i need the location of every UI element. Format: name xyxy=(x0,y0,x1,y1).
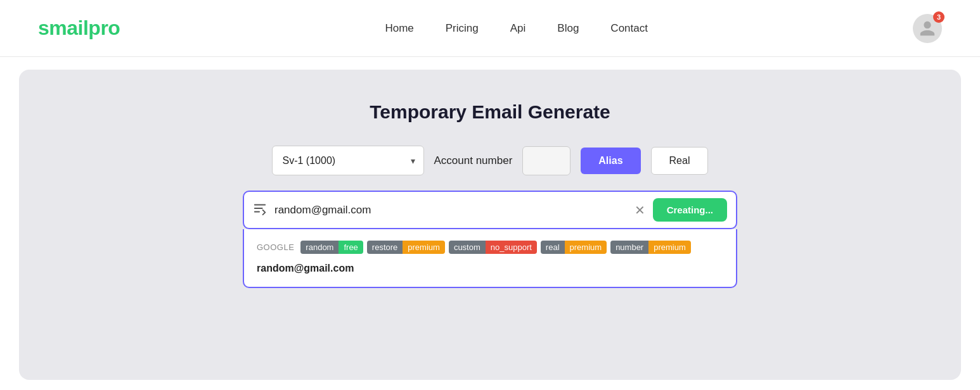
tag-random: random free xyxy=(300,241,363,254)
provider-label: GOOGLE xyxy=(257,242,294,252)
email-input-row: ✕ Creating... xyxy=(244,192,736,228)
tag-number: number premium xyxy=(610,241,691,254)
tag-custom-right: no_support xyxy=(486,241,537,254)
main-content: Temporary Email Generate Sv-1 (1000) Sv-… xyxy=(19,70,961,380)
tag-real-left: real xyxy=(541,241,565,254)
tag-custom: custom no_support xyxy=(449,241,537,254)
header: smailpro Home Pricing Api Blog Contact 3 xyxy=(0,0,980,57)
nav-pricing[interactable]: Pricing xyxy=(446,22,479,35)
tag-restore-left: restore xyxy=(367,241,403,254)
controls-row: Sv-1 (1000) Sv-2 (1000) Sv-3 (1000) ▾ Ac… xyxy=(44,146,936,175)
creating-button[interactable]: Creating... xyxy=(653,198,727,222)
dropdown-section: GOOGLE random free restore premium custo… xyxy=(44,229,936,288)
email-input[interactable] xyxy=(274,204,627,217)
nav-contact[interactable]: Contact xyxy=(610,22,648,35)
user-avatar-wrapper[interactable]: 3 xyxy=(913,14,942,43)
email-section: ✕ Creating... xyxy=(44,191,936,229)
tag-real: real premium xyxy=(541,241,607,254)
server-select-wrapper: Sv-1 (1000) Sv-2 (1000) Sv-3 (1000) ▾ xyxy=(272,146,424,175)
dropdown-box: GOOGLE random free restore premium custo… xyxy=(243,229,737,288)
notification-badge: 3 xyxy=(933,11,945,23)
nav-api[interactable]: Api xyxy=(510,22,526,35)
server-select[interactable]: Sv-1 (1000) Sv-2 (1000) Sv-3 (1000) xyxy=(272,146,424,175)
user-icon xyxy=(919,20,936,37)
tag-real-right: premium xyxy=(565,241,607,254)
email-result: random@gmail.com xyxy=(257,263,723,274)
tag-random-left: random xyxy=(300,241,338,254)
dropdown-tags-row: GOOGLE random free restore premium custo… xyxy=(257,241,723,254)
tag-custom-left: custom xyxy=(449,241,486,254)
account-number-input[interactable] xyxy=(522,146,571,175)
tag-restore-right: premium xyxy=(403,241,445,254)
tag-number-left: number xyxy=(610,241,648,254)
email-box: ✕ Creating... xyxy=(243,191,737,229)
tag-random-right: free xyxy=(338,241,363,254)
main-nav: Home Pricing Api Blog Contact xyxy=(385,22,648,35)
real-button[interactable]: Real xyxy=(651,147,709,175)
alias-button[interactable]: Alias xyxy=(581,148,640,174)
tag-restore: restore premium xyxy=(367,241,445,254)
nav-home[interactable]: Home xyxy=(385,22,413,35)
tag-number-right: premium xyxy=(648,241,691,254)
nav-blog[interactable]: Blog xyxy=(557,22,579,35)
page-title: Temporary Email Generate xyxy=(44,101,936,123)
sort-icon[interactable] xyxy=(253,201,267,218)
brand-logo[interactable]: smailpro xyxy=(38,16,120,40)
account-number-label: Account number xyxy=(434,154,513,167)
close-icon[interactable]: ✕ xyxy=(635,203,645,218)
